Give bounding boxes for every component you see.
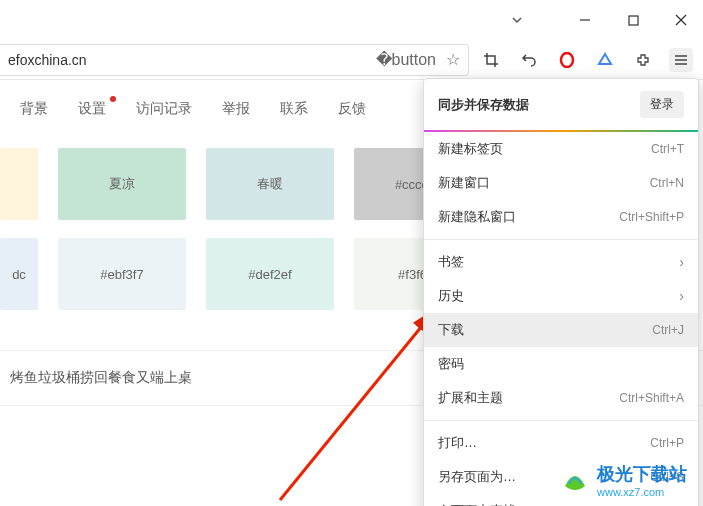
swatch[interactable]: #ebf3f7 xyxy=(58,238,186,310)
menu-downloads[interactable]: 下载Ctrl+J xyxy=(424,313,698,347)
app-menu: 同步并保存数据 登录 新建标签页Ctrl+T 新建窗口Ctrl+N 新建隐私窗口… xyxy=(423,78,699,506)
separator xyxy=(424,239,698,240)
tab-settings[interactable]: 设置 xyxy=(78,100,106,118)
crop-icon[interactable] xyxy=(479,48,503,72)
opera-icon[interactable] xyxy=(555,48,579,72)
menu-new-window[interactable]: 新建窗口Ctrl+N xyxy=(424,166,698,200)
bookmark-star-icon[interactable]: ☆ xyxy=(446,50,460,69)
menu-new-tab[interactable]: 新建标签页Ctrl+T xyxy=(424,132,698,166)
notification-dot-icon xyxy=(110,96,116,102)
qr-icon[interactable]: �button xyxy=(376,50,436,69)
menu-passwords[interactable]: 密码 xyxy=(424,347,698,381)
tab-feedback[interactable]: 反馈 xyxy=(338,100,366,118)
swatch[interactable] xyxy=(0,148,38,220)
minimize-button[interactable] xyxy=(571,6,599,34)
chevron-right-icon: › xyxy=(679,254,684,270)
address-bar: efoxchina.cn �button ☆ xyxy=(0,40,703,80)
menu-history[interactable]: 历史› xyxy=(424,279,698,313)
separator xyxy=(424,420,698,421)
url-input[interactable]: efoxchina.cn �button ☆ xyxy=(0,44,469,76)
menu-header: 同步并保存数据 登录 xyxy=(424,79,698,132)
swatch[interactable]: 春暖 xyxy=(206,148,334,220)
hamburger-menu-icon[interactable] xyxy=(669,48,693,72)
tab-dropdown-icon[interactable] xyxy=(503,6,531,34)
chevron-right-icon: › xyxy=(679,288,684,304)
menu-new-private[interactable]: 新建隐私窗口Ctrl+Shift+P xyxy=(424,200,698,234)
svg-rect-1 xyxy=(629,16,638,25)
drive-icon[interactable] xyxy=(593,48,617,72)
sync-label: 同步并保存数据 xyxy=(438,96,529,114)
tab-contact[interactable]: 联系 xyxy=(280,100,308,118)
swatch[interactable]: #def2ef xyxy=(206,238,334,310)
watermark-logo-icon xyxy=(559,464,591,496)
tab-report[interactable]: 举报 xyxy=(222,100,250,118)
window-titlebar xyxy=(0,0,703,40)
swatch[interactable]: dc xyxy=(0,238,38,310)
login-button[interactable]: 登录 xyxy=(640,91,684,118)
menu-bookmarks[interactable]: 书签› xyxy=(424,245,698,279)
toolbar xyxy=(469,48,703,72)
extensions-icon[interactable] xyxy=(631,48,655,72)
svg-point-4 xyxy=(561,53,573,67)
tab-history[interactable]: 访问记录 xyxy=(136,100,192,118)
swatch[interactable]: 夏凉 xyxy=(58,148,186,220)
undo-icon[interactable] xyxy=(517,48,541,72)
menu-print[interactable]: 打印…Ctrl+P xyxy=(424,426,698,460)
url-text: efoxchina.cn xyxy=(8,52,376,68)
watermark: 极光下载站 www.xz7.com xyxy=(559,462,687,498)
close-button[interactable] xyxy=(667,6,695,34)
maximize-button[interactable] xyxy=(619,6,647,34)
tab-background[interactable]: 背景 xyxy=(20,100,48,118)
menu-extensions[interactable]: 扩展和主题Ctrl+Shift+A xyxy=(424,381,698,415)
